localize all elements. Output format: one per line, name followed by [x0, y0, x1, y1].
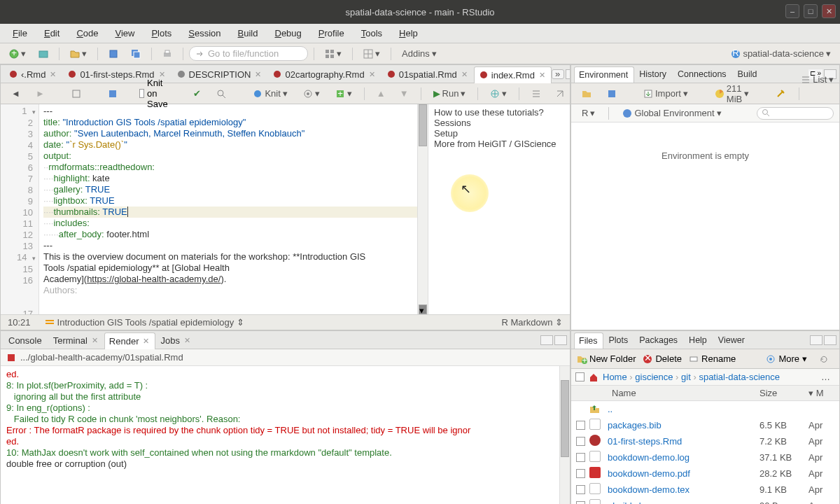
menu-edit[interactable]: Edit [36, 25, 68, 41]
file-row[interactable]: bookdown-demo.pdf28.2 KBApr [571, 465, 839, 482]
env-tab-connections[interactable]: Connections [673, 66, 733, 82]
source-editor[interactable]: 1 ▾234567891011121314 ▾1516 1718 ---titl… [1, 104, 428, 314]
file-checkbox[interactable] [576, 485, 585, 494]
menu-plots[interactable]: Plots [143, 25, 180, 41]
outline-item[interactable]: Setup [434, 128, 564, 139]
rename-button[interactable]: Rename [689, 354, 736, 364]
col-size[interactable]: Size [760, 388, 808, 398]
outline-item[interactable]: How to use these tutorials? [434, 107, 564, 118]
save-button[interactable] [104, 46, 123, 62]
go-next-chunk-button[interactable]: ▼ [395, 85, 414, 102]
save-all-button[interactable] [126, 46, 146, 62]
goto-file-input[interactable]: Go to file/function [189, 46, 308, 61]
file-name-link[interactable]: packages.bib [608, 420, 760, 430]
select-all-checkbox[interactable] [575, 372, 584, 382]
spellcheck-button[interactable]: ✔ [188, 85, 206, 102]
env-tab-environment[interactable]: Environment [574, 66, 634, 83]
section-breadcrumb[interactable]: Introduction GIS Tools /spatial epidemio… [45, 317, 245, 328]
env-scope-select[interactable]: Global Environment ▾ [617, 105, 726, 121]
stop-icon[interactable] [6, 353, 16, 363]
maximize-pane-button[interactable] [554, 335, 567, 345]
source-tab[interactable]: 02cartography.Rmd✕ [267, 66, 381, 83]
console-output[interactable]: ed.8: In plot.sf(berProximity, add = T) … [1, 366, 570, 504]
nav-fwd-button[interactable]: ► [31, 85, 50, 102]
env-search-input[interactable] [757, 107, 834, 120]
files-tab-packages[interactable]: Packages [634, 332, 684, 348]
col-modified[interactable]: ▾ M [808, 388, 836, 398]
go-prev-chunk-button[interactable]: ▲ [372, 85, 391, 102]
save-workspace-button[interactable] [602, 86, 622, 102]
files-tab-viewer[interactable]: Viewer [713, 332, 751, 348]
open-file-button[interactable]: ▾ [65, 46, 92, 62]
file-name-link[interactable]: bookdown-demo.log [608, 452, 760, 463]
outline-item[interactable]: Sessions [434, 118, 564, 128]
knit-button[interactable]: Knit ▾ [248, 85, 292, 102]
nav-back-button[interactable]: ◄ [6, 85, 25, 102]
window-minimize-button[interactable]: – [785, 4, 799, 18]
show-in-new-window-button[interactable] [66, 86, 86, 102]
file-name-link[interactable]: 01-first-steps.Rmd [608, 436, 760, 447]
file-row[interactable]: packages.bib6.5 KBApr [571, 417, 839, 433]
file-name-link[interactable]: bookdown-demo.pdf [608, 468, 760, 479]
menu-tools[interactable]: Tools [353, 25, 391, 41]
close-tab-icon[interactable]: ✕ [461, 70, 468, 79]
console-scrollbar[interactable] [559, 366, 570, 504]
env-tab-history[interactable]: History [634, 66, 673, 82]
file-checkbox[interactable] [576, 453, 585, 462]
save-doc-button[interactable] [103, 86, 122, 102]
menu-session[interactable]: Session [180, 25, 229, 41]
console-tab-render[interactable]: Render✕ [104, 332, 156, 349]
new-folder-button[interactable]: +New Folder [577, 354, 636, 364]
import-dataset-button[interactable]: Import ▾ [638, 85, 693, 102]
code-area[interactable]: ---title: "Introduction GIS Tools /spati… [39, 104, 428, 314]
outline-toggle-button[interactable] [526, 86, 546, 102]
print-button[interactable] [158, 46, 177, 62]
file-checkbox[interactable] [576, 501, 585, 504]
minimize-pane-button[interactable] [566, 69, 570, 79]
env-view-mode[interactable]: List ▾ [796, 71, 839, 88]
menu-profile[interactable]: Profile [310, 25, 353, 41]
project-menu[interactable]: R spatial-data-science ▾ [726, 46, 836, 62]
close-tab-icon[interactable]: ✕ [369, 70, 375, 79]
outline-item[interactable]: More from HeiGIT / GIScience [434, 139, 564, 149]
menu-file[interactable]: File [4, 25, 36, 41]
knit-options-button[interactable]: ▾ [298, 85, 325, 102]
menu-view[interactable]: View [106, 25, 143, 41]
file-checkbox[interactable] [576, 421, 585, 430]
close-tab-icon[interactable]: ✕ [255, 70, 261, 79]
file-row[interactable]: bookdown-demo.log37.1 KBApr [571, 449, 839, 465]
source-tab[interactable]: index.Rmd✕ [474, 66, 552, 83]
console-tab-console[interactable]: Console [4, 332, 48, 349]
env-language-select[interactable]: R ▾ [577, 105, 600, 121]
file-row[interactable]: bookdown-demo.tex9.1 KBApr [571, 482, 839, 498]
file-name-link[interactable]: _build.sh [608, 500, 760, 504]
refresh-files-button[interactable] [814, 351, 834, 367]
run-button[interactable]: ▶Run ▾ [428, 85, 471, 102]
minimize-pane-button[interactable] [540, 335, 553, 345]
console-tab-jobs[interactable]: Jobs✕ [155, 332, 196, 349]
publish-button[interactable]: ▾ [485, 85, 512, 102]
doc-type-indicator[interactable]: R Markdown ⇕ [501, 317, 563, 328]
breadcrumb-link[interactable]: giscience [635, 372, 673, 382]
load-workspace-button[interactable] [577, 86, 596, 102]
addins-menu[interactable]: Addins ▾ [397, 46, 442, 62]
file-name-link[interactable]: bookdown-demo.tex [608, 484, 760, 495]
menu-help[interactable]: Help [391, 25, 426, 41]
minimize-pane-button[interactable] [810, 335, 822, 345]
source-tab[interactable]: DESCRIPTION✕ [172, 66, 268, 83]
insert-chunk-button[interactable]: +▾ [330, 85, 357, 102]
window-close-button[interactable]: ✕ [822, 4, 836, 18]
new-file-button[interactable]: +▾ [4, 46, 31, 62]
breadcrumb-link[interactable]: git [681, 372, 691, 382]
maximize-pane-button[interactable] [824, 335, 836, 345]
switch-visual-button[interactable] [550, 86, 570, 102]
col-name[interactable]: Name [608, 388, 760, 398]
new-project-button[interactable] [34, 46, 53, 62]
editor-scrollbar[interactable]: ▾ [417, 104, 428, 314]
files-up-row[interactable]: .. [571, 401, 839, 417]
file-row[interactable]: _build.sh90 BApr [571, 498, 839, 504]
more-menu[interactable]: More ▾ [766, 354, 807, 364]
files-tab-plots[interactable]: Plots [603, 332, 634, 348]
clear-objects-button[interactable] [771, 86, 790, 102]
file-checkbox[interactable] [576, 469, 585, 478]
